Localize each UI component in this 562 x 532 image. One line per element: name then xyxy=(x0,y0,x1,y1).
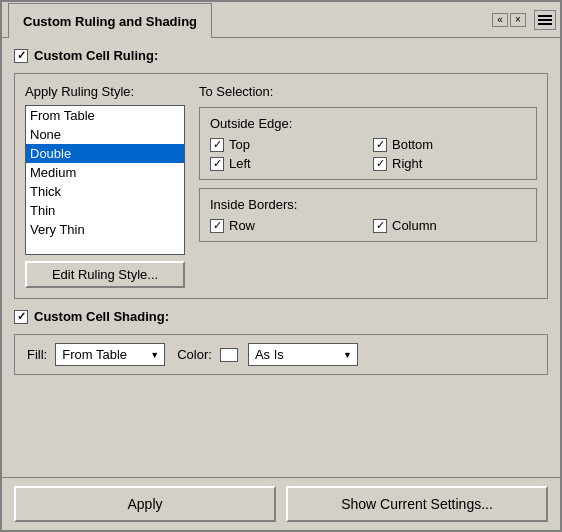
right-checkbox-row: Right xyxy=(373,156,526,171)
custom-cell-ruling-label: Custom Cell Ruling: xyxy=(34,48,158,63)
fill-select[interactable]: From Table None Color xyxy=(55,343,165,366)
custom-cell-ruling-checkbox[interactable] xyxy=(14,49,28,63)
title-bar-controls: « × xyxy=(492,10,560,30)
left-checkbox[interactable] xyxy=(210,157,224,171)
bottom-checkbox-row: Bottom xyxy=(373,137,526,152)
list-item-from-table[interactable]: From Table xyxy=(26,106,184,125)
outside-edge-grid: Top Bottom Left Right xyxy=(210,137,526,171)
right-checkbox[interactable] xyxy=(373,157,387,171)
left-panel: Apply Ruling Style: From Table None Doub… xyxy=(25,84,185,288)
color-select-wrapper: As Is Black White xyxy=(248,343,358,366)
list-item-thin[interactable]: Thin xyxy=(26,201,184,220)
color-select[interactable]: As Is Black White xyxy=(248,343,358,366)
edit-ruling-style-button[interactable]: Edit Ruling Style... xyxy=(25,261,185,288)
color-label: Color: xyxy=(177,347,212,362)
close-button[interactable]: × xyxy=(510,13,526,27)
custom-cell-shading-header: Custom Cell Shading: xyxy=(14,309,548,324)
menu-line xyxy=(538,19,552,21)
content-area: Custom Cell Ruling: Apply Ruling Style: … xyxy=(2,38,560,477)
window-title: Custom Ruling and Shading xyxy=(23,14,197,29)
top-checkbox-row: Top xyxy=(210,137,363,152)
menu-line xyxy=(538,23,552,25)
outside-edge-label: Outside Edge: xyxy=(210,116,526,131)
fill-row: Fill: From Table None Color xyxy=(27,343,165,366)
bottom-bar: Apply Show Current Settings... xyxy=(2,477,560,530)
custom-cell-shading-checkbox[interactable] xyxy=(14,310,28,324)
right-label: Right xyxy=(392,156,422,171)
minimize-button[interactable]: « xyxy=(492,13,508,27)
top-label: Top xyxy=(229,137,250,152)
ruling-section: Apply Ruling Style: From Table None Doub… xyxy=(14,73,548,299)
left-label: Left xyxy=(229,156,251,171)
list-item-very-thin[interactable]: Very Thin xyxy=(26,220,184,239)
column-label: Column xyxy=(392,218,437,233)
column-checkbox-row: Column xyxy=(373,218,526,233)
bottom-label: Bottom xyxy=(392,137,433,152)
title-tab: Custom Ruling and Shading xyxy=(8,3,212,38)
left-checkbox-row: Left xyxy=(210,156,363,171)
row-checkbox[interactable] xyxy=(210,219,224,233)
color-swatch xyxy=(220,348,238,362)
apply-button[interactable]: Apply xyxy=(14,486,276,522)
list-item-none[interactable]: None xyxy=(26,125,184,144)
column-checkbox[interactable] xyxy=(373,219,387,233)
inside-borders-grid: Row Column xyxy=(210,218,526,233)
main-window: Custom Ruling and Shading « × Custom Cel… xyxy=(0,0,562,532)
ruling-style-listbox[interactable]: From Table None Double Medium Thick Thin… xyxy=(25,105,185,255)
bottom-checkbox[interactable] xyxy=(373,138,387,152)
list-item-thick[interactable]: Thick xyxy=(26,182,184,201)
list-item-medium[interactable]: Medium xyxy=(26,163,184,182)
row-checkbox-row: Row xyxy=(210,218,363,233)
inside-borders-section: Inside Borders: Row Column xyxy=(199,188,537,242)
shading-section: Fill: From Table None Color Color: As Is… xyxy=(14,334,548,375)
inside-borders-label: Inside Borders: xyxy=(210,197,526,212)
custom-cell-ruling-header: Custom Cell Ruling: xyxy=(14,48,548,63)
menu-line xyxy=(538,15,552,17)
color-row: Color: As Is Black White xyxy=(177,343,358,366)
menu-button[interactable] xyxy=(534,10,556,30)
to-selection-label: To Selection: xyxy=(199,84,537,99)
right-panel: To Selection: Outside Edge: Top Bottom xyxy=(199,84,537,288)
top-checkbox[interactable] xyxy=(210,138,224,152)
outside-edge-section: Outside Edge: Top Bottom Left xyxy=(199,107,537,180)
apply-ruling-label: Apply Ruling Style: xyxy=(25,84,185,99)
list-item-double[interactable]: Double xyxy=(26,144,184,163)
row-label: Row xyxy=(229,218,255,233)
title-bar: Custom Ruling and Shading « × xyxy=(2,2,560,38)
fill-select-wrapper: From Table None Color xyxy=(55,343,165,366)
fill-label: Fill: xyxy=(27,347,47,362)
custom-cell-shading-label: Custom Cell Shading: xyxy=(34,309,169,324)
show-current-settings-button[interactable]: Show Current Settings... xyxy=(286,486,548,522)
